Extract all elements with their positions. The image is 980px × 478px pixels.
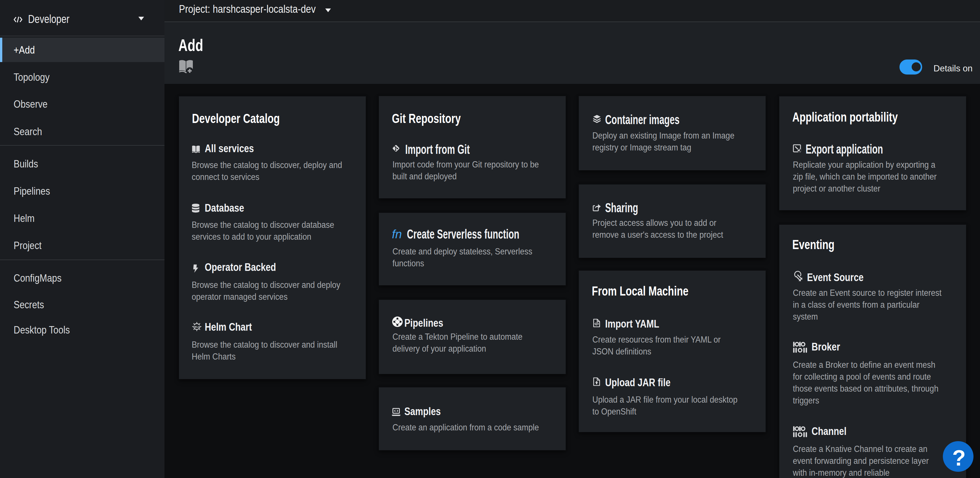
svg-text:HELM: HELM bbox=[193, 326, 200, 329]
